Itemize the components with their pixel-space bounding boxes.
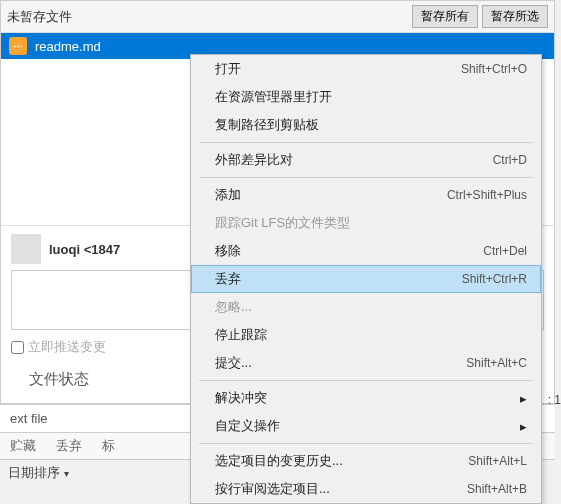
tab-discard[interactable]: 丢弃 [56,437,82,455]
menu-blame[interactable]: 按行审阅选定项目...Shift+Alt+B [191,475,541,503]
menu-discard[interactable]: 丢弃Shift+Ctrl+R [191,265,541,293]
stage-all-button[interactable]: 暂存所有 [412,5,478,28]
menu-ignore: 忽略... [191,293,541,321]
menu-log-selected[interactable]: 选定项目的变更历史...Shift+Alt+L [191,447,541,475]
avatar [11,234,41,264]
chevron-right-icon: ▸ [520,419,527,434]
menu-separator [199,142,533,143]
sort-label: 日期排序 [8,464,60,482]
push-checkbox-label: 立即推送变更 [28,338,106,356]
ext-file-label: ext file [10,411,48,426]
menu-separator [199,443,533,444]
tab-stash[interactable]: 贮藏 [10,437,36,455]
context-menu: 打开Shift+Ctrl+O 在资源管理器里打开 复制路径到剪贴板 外部差异比对… [190,54,542,504]
menu-external-diff[interactable]: 外部差异比对Ctrl+D [191,146,541,174]
menu-separator [199,380,533,381]
push-checkbox[interactable] [11,341,24,354]
menu-copy-path[interactable]: 复制路径到剪贴板 [191,111,541,139]
menu-open-explorer[interactable]: 在资源管理器里打开 [191,83,541,111]
line-indicator: : 1 [548,393,561,407]
menu-commit[interactable]: 提交...Shift+Alt+C [191,349,541,377]
file-name: readme.md [35,39,101,54]
menu-track-lfs: 跟踪Git LFS的文件类型 [191,209,541,237]
menu-remove[interactable]: 移除Ctrl+Del [191,237,541,265]
modified-icon: ⋯ [9,37,27,55]
unstaged-title: 未暂存文件 [7,8,408,26]
menu-open[interactable]: 打开Shift+Ctrl+O [191,55,541,83]
menu-resolve[interactable]: 解决冲突▸ [191,384,541,412]
chevron-right-icon: ▸ [520,391,527,406]
menu-custom[interactable]: 自定义操作▸ [191,412,541,440]
unstaged-header: 未暂存文件 暂存所有 暂存所选 [1,1,554,33]
stage-selected-button[interactable]: 暂存所选 [482,5,548,28]
menu-add[interactable]: 添加Ctrl+Shift+Plus [191,181,541,209]
chevron-down-icon: ▾ [64,468,69,479]
user-name: luoqi <1847 [49,242,120,257]
menu-separator [199,177,533,178]
tab-tag[interactable]: 标 [102,437,115,455]
menu-stop-track[interactable]: 停止跟踪 [191,321,541,349]
